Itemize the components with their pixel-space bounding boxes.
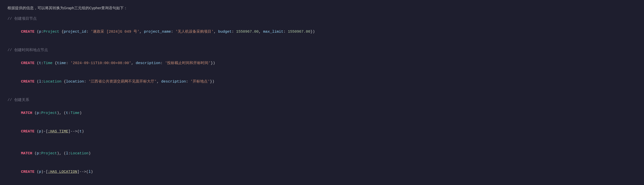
var-p5: p <box>39 170 41 174</box>
label-time: Time <box>44 61 52 65</box>
key-max-limit: max_limit <box>263 30 283 34</box>
colon-1: : <box>41 30 44 34</box>
paren-open-1: ( <box>34 30 39 34</box>
var-t: t <box>39 61 41 65</box>
colon-14: : <box>39 151 41 156</box>
key-budget: budget <box>218 30 232 34</box>
space-4: ( <box>34 170 39 174</box>
comment-time-location: // 创建时间和地点节点 <box>8 47 636 53</box>
colon-8: : <box>160 61 165 65</box>
label-location-2: Location <box>70 151 88 156</box>
paren-close-6: ) <box>91 170 93 174</box>
label-project-2: Project <box>41 111 57 115</box>
colon-3: : <box>171 30 175 34</box>
key-project-name: project_name <box>144 30 171 34</box>
key-project-id: project_id <box>64 30 86 34</box>
paren-close-1: ), ( <box>57 111 66 115</box>
val-location: '江西省公共资源交易网不见面开标大厅' <box>88 80 157 84</box>
match-project-time: MATCH (p:Project), (t:Time) <box>8 104 636 122</box>
var-l2: l <box>66 151 68 156</box>
comma-4: , <box>131 61 136 65</box>
create-time-line: CREATE (t:Time {time: '2024-09-11T10:00:… <box>8 54 636 72</box>
var-p4: p <box>37 151 39 156</box>
comma-1: , <box>140 30 144 34</box>
brace-close-1: }) <box>310 30 315 34</box>
paren-open-2: ( <box>34 61 39 65</box>
val-project-id: '遂政采 [2024]G 049 号' <box>91 30 140 34</box>
colon-9: : <box>41 80 44 84</box>
var-p2: p <box>37 111 39 115</box>
key-desc-location: description <box>161 80 186 84</box>
comma-3: , <box>258 30 263 34</box>
keyword-create-2: CREATE <box>21 61 34 65</box>
arrow-3: )-[ <box>41 170 48 174</box>
intro-text: 根据提供的信息，可以将其转换为Graph三元组的Cypher查询语句如下： <box>8 5 636 11</box>
colon-11: : <box>186 80 190 84</box>
comment-project: // 创建项目节点 <box>8 16 636 22</box>
brace-open-2: { <box>52 61 57 65</box>
val-desc-location: '开标地点' <box>190 80 210 84</box>
keyword-match-1: MATCH <box>21 111 32 115</box>
rel-has-location: :HAS_LOCATION <box>48 170 77 174</box>
colon-6: : <box>41 61 44 65</box>
val-max-limit: 1550967.00 <box>288 30 310 34</box>
var-p3: p <box>39 129 41 134</box>
paren-close-5: ) <box>88 151 91 156</box>
paren-open-3: ( <box>34 80 39 84</box>
key-location: location <box>66 80 84 84</box>
keyword-match-2: MATCH <box>21 151 32 156</box>
brace-open-3: { <box>62 80 66 84</box>
rel-has-time: :HAS_TIME <box>48 129 68 134</box>
val-budget: 1550967.00 <box>236 30 258 34</box>
comma-2: , <box>214 30 218 34</box>
label-time-2: Time <box>70 111 80 115</box>
colon-13: : <box>68 111 70 115</box>
brace-close-3: }) <box>210 80 214 84</box>
code-container: 根据提供的信息，可以将其转换为Graph三元组的Cypher查询语句如下： //… <box>0 0 644 185</box>
arrow-2: ]-->( <box>68 129 80 134</box>
code-block: // 创建项目节点 CREATE (p:Project {project_id:… <box>8 16 636 181</box>
comment-relations: // 创建关系 <box>8 97 636 103</box>
colon-12: : <box>39 111 41 115</box>
match-project-location: MATCH (p:Project), (l:Location) <box>8 145 636 163</box>
create-project-line: CREATE (p:Project {project_id: '遂政采 [202… <box>8 23 636 41</box>
key-desc-time: description <box>136 61 160 65</box>
arrow-1: )-[ <box>41 129 48 134</box>
brace-close-2: }) <box>210 61 215 65</box>
create-location-line: CREATE (l:Location {location: '江西省公共资源交易… <box>8 73 636 91</box>
label-project-3: Project <box>41 151 57 156</box>
arrow-4: ]-->( <box>77 170 88 174</box>
label-location: Location <box>44 80 62 84</box>
paren-close-4: ), ( <box>57 151 66 156</box>
val-project-name: '无人机设备采购项目' <box>175 30 214 34</box>
var-t3: t <box>80 129 82 134</box>
val-desc-time: '投标截止时间和开标时间' <box>165 61 210 65</box>
keyword-create-3: CREATE <box>21 80 34 84</box>
brace-open-1: { <box>59 30 64 34</box>
space-2: ( <box>34 129 39 134</box>
key-time: time <box>57 61 66 65</box>
colon-5: : <box>283 30 288 34</box>
var-t2: t <box>66 111 68 115</box>
keyword-create-1: CREATE <box>21 30 34 34</box>
paren-close-3: ) <box>82 129 84 134</box>
paren-close-2: ) <box>80 111 82 115</box>
keyword-create-5: CREATE <box>21 170 34 174</box>
var-l3: l <box>88 170 91 174</box>
space-3: ( <box>32 151 37 156</box>
space-1: ( <box>32 111 37 115</box>
val-time: '2024-09-11T10:00:00+08:00' <box>70 61 131 65</box>
colon-7: : <box>66 61 70 65</box>
comma-5: , <box>157 80 161 84</box>
colon-15: : <box>68 151 70 156</box>
colon-2: : <box>86 30 91 34</box>
colon-10: : <box>84 80 88 84</box>
var-l: l <box>39 80 41 84</box>
keyword-create-4: CREATE <box>21 129 34 134</box>
create-has-location: CREATE (p)-[:HAS_LOCATION]-->(l) <box>8 163 636 181</box>
label-project: Project <box>44 30 59 34</box>
var-p1: p <box>39 30 41 34</box>
create-has-time: CREATE (p)-[:HAS_TIME]-->(t) <box>8 123 636 141</box>
colon-4: : <box>232 30 236 34</box>
